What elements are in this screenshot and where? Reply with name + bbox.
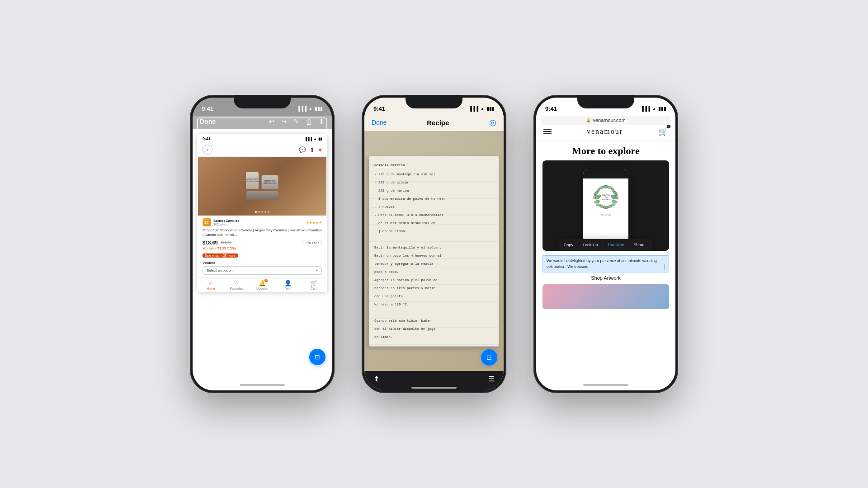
- hamburger-menu[interactable]: [543, 129, 552, 134]
- markup-icon[interactable]: ◎: [489, 117, 496, 127]
- wifi-2: ▲: [480, 106, 485, 111]
- notebook: Delicia Cítrica - 225 g de mantequilla s…: [369, 156, 499, 347]
- shop-artwork-link[interactable]: Shop Artwork: [542, 275, 669, 281]
- notch: [406, 95, 462, 108]
- nav-you[interactable]: 👤 You: [275, 280, 301, 290]
- ingredient-3: - 225 g de harina: [374, 187, 494, 195]
- instruction-3: tenedor y agregar a la mezcla: [374, 260, 494, 268]
- inner-product-header: ‹ 💬 ⬆ ♥: [198, 143, 326, 157]
- explore-title: More to explore: [542, 141, 669, 160]
- share-bottom-icon[interactable]: ⬆: [373, 375, 379, 383]
- text-cursor: [665, 264, 665, 270]
- cart-button[interactable]: 🛒 1: [658, 127, 668, 136]
- undo-icon[interactable]: ↩: [269, 117, 275, 126]
- updates-badge: 🔔 3: [259, 280, 266, 286]
- home-label: Home: [207, 287, 215, 290]
- dot-2: [258, 211, 260, 213]
- cart-label: Cart: [311, 287, 316, 290]
- live-text-icon-2: ⊡: [486, 354, 492, 361]
- dot-4: [264, 211, 266, 213]
- inner-screenshot: 9:41 ▐▐▐ ▲ ▮▮ ‹ 💬 ⬆ ♥: [197, 134, 327, 292]
- svg-text:MATTEO: MATTEO: [602, 198, 610, 201]
- inner-invitation-phone: DELFINA AND MATTEO 08.21.2021: [583, 169, 628, 242]
- volume-select[interactable]: Select an option ▾: [203, 266, 322, 275]
- back-button[interactable]: ‹: [203, 145, 212, 155]
- battery-2: ▮▮▮: [486, 106, 495, 111]
- lookup-button[interactable]: Look Up: [578, 239, 603, 251]
- share-button[interactable]: Share...: [629, 239, 653, 251]
- redo-icon[interactable]: ↪: [281, 117, 287, 126]
- upload-icon[interactable]: ⬆: [310, 146, 315, 153]
- live-text-button[interactable]: ⊡: [309, 349, 326, 365]
- notebook-background: Delicia Cítrica - 225 g de mantequilla s…: [364, 131, 504, 371]
- done-button[interactable]: Done: [200, 118, 216, 125]
- svg-text:DELFINA: DELFINA: [601, 194, 610, 196]
- candle-tall: GRAPEFRUITMANGOSTEEN: [246, 172, 259, 189]
- status-icons-3: ▐▐▐ ▲ ▮▮▮: [641, 106, 666, 111]
- select-placeholder: Select an option: [207, 268, 232, 272]
- address-bar[interactable]: 🔒 venamour.com: [541, 116, 671, 125]
- draw-icon[interactable]: ✎: [293, 117, 299, 126]
- signal-icon: ▐▐▐: [297, 106, 307, 111]
- favorites-label: Favorites: [230, 287, 243, 290]
- cart-count: 1: [667, 125, 670, 128]
- recipe-heading: Delicia Cítrica: [374, 161, 494, 169]
- inner-battery: ▮▮: [318, 137, 322, 141]
- notch: [234, 95, 291, 108]
- recipe-toolbar: Done Recipe ◎: [364, 116, 504, 131]
- current-price: $18.69: [203, 240, 218, 245]
- instruction-2: Batir un poco los 4 huevos con el: [374, 252, 494, 260]
- volume-label: Volume: [203, 261, 322, 265]
- seller-row: SC SantosCandles 362 sales ★★★★★: [203, 218, 322, 226]
- svg-point-14: [607, 186, 613, 190]
- nav-favorites[interactable]: ♡ Favorites: [224, 280, 250, 290]
- jar-label: GRAPEFRUITMANGOSTEEN: [264, 180, 277, 184]
- header-icons: ↩ ↪ ✎ 🗑 ⬆: [269, 117, 325, 126]
- signal-3: ▐▐▐: [641, 106, 650, 111]
- instruction-11: de limón.: [374, 333, 494, 341]
- phone-3-venamour: 9:41 ▐▐▐ ▲ ▮▮▮ 🔒 venamour.com venamour 🛒…: [533, 95, 678, 393]
- recipe-image-area: Delicia Cítrica - 225 g de mantequilla s…: [364, 131, 504, 371]
- signal-2: ▐▐▐: [469, 106, 478, 111]
- copy-button[interactable]: Copy: [559, 239, 578, 251]
- menu-line-2: [543, 131, 552, 132]
- phone-1-etsy: 9:41 ▐▐▐ ▲ ▮▮▮ Done ↩ ↪ ✎ 🗑 ⬆ 9:41: [190, 95, 335, 393]
- inner-wifi: ▲: [313, 137, 317, 141]
- brand-nav: venamour 🛒 1: [536, 125, 675, 141]
- share-icon[interactable]: ⬆: [319, 117, 325, 126]
- ingredient-4: - 1 cucharadita de polvo de hornear: [374, 195, 494, 203]
- phone1-header: Done ↩ ↪ ✎ 🗑 ⬆: [193, 116, 332, 129]
- candle-jar: GRAPEFRUITMANGOSTEEN: [261, 175, 278, 189]
- inner-status-icons: ▐▐▐ ▲ ▮▮: [304, 137, 322, 141]
- svg-point-8: [612, 200, 618, 203]
- nav-cart[interactable]: 🛒 Cart: [301, 280, 326, 290]
- seller-details: SantosCandles 362 sales: [213, 219, 240, 226]
- heart-icon[interactable]: ♥: [318, 146, 322, 153]
- instruction-10: con el azúcar disuelto en jugo: [374, 325, 494, 333]
- live-text-button-2[interactable]: ⊡: [481, 349, 497, 366]
- list-icon[interactable]: ☰: [488, 375, 495, 383]
- menu-line-3: [543, 133, 552, 134]
- heart-nav-icon: ♡: [234, 280, 239, 286]
- instruction-8: Hornear a 180 °C.: [374, 300, 494, 309]
- person-icon: 👤: [284, 280, 292, 286]
- nav-updates[interactable]: 🔔 3 Updates: [250, 280, 275, 290]
- phone3-screen: 9:41 ▐▐▐ ▲ ▮▮▮ 🔒 venamour.com venamour 🛒…: [536, 98, 675, 390]
- translate-button[interactable]: Translate: [603, 239, 629, 251]
- bottom-nav: ⌂ Home ♡ Favorites 🔔 3 Updates 👤 You: [198, 277, 326, 291]
- svg-point-19: [615, 195, 617, 197]
- done-button-2[interactable]: Done: [372, 119, 387, 126]
- nav-home[interactable]: ⌂ Home: [198, 280, 224, 290]
- wreath-svg: DELFINA AND MATTEO: [590, 181, 622, 213]
- svg-point-13: [599, 186, 604, 190]
- highlighted-text-area: We would be delighted by your presence a…: [542, 255, 669, 272]
- instruction-9: Cuando esté aún tibio, bañar: [374, 317, 494, 325]
- svg-point-20: [605, 185, 607, 187]
- ingredient-5: - 4 huevos: [374, 203, 494, 211]
- message-icon[interactable]: 💬: [299, 146, 306, 153]
- url-text: venamour.com: [593, 117, 625, 123]
- home-icon: ⌂: [209, 280, 212, 286]
- stone-prop: [246, 191, 278, 200]
- delete-icon[interactable]: 🗑: [306, 118, 312, 126]
- check-icon: ✓: [305, 241, 307, 244]
